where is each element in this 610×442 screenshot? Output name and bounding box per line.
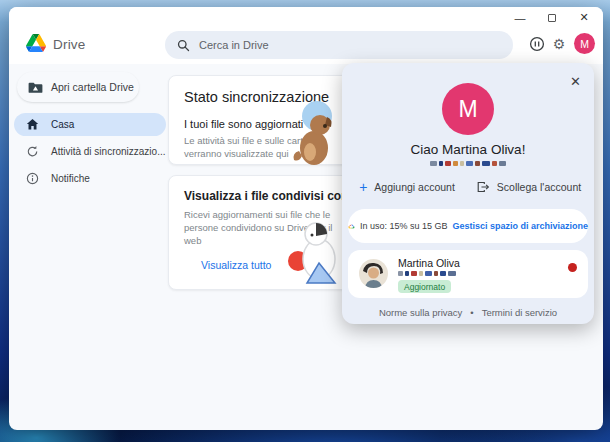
maximize-button[interactable]	[543, 10, 561, 25]
open-drive-folder-label: Apri cartella Drive	[51, 81, 134, 93]
minimize-button[interactable]: —	[511, 10, 529, 25]
titlebar[interactable]: — ✕	[9, 7, 603, 28]
open-drive-folder-button[interactable]: Apri cartella Drive	[17, 72, 139, 102]
pause-sync-button[interactable]	[528, 35, 546, 53]
account-popup: ✕ M Ciao Martina Oliva! + Aggiungi accou…	[342, 63, 594, 324]
sign-out-button[interactable]: Scollega l'account	[470, 172, 588, 202]
drive-folder-icon	[28, 81, 43, 94]
popup-greeting: Ciao Martina Oliva!	[342, 142, 594, 157]
search-placeholder: Cerca in Drive	[199, 39, 269, 51]
sidebar-nav: Casa Attività di sincronizzazio... Notif…	[14, 113, 166, 194]
search-icon	[177, 39, 190, 52]
sign-out-label: Scollega l'account	[497, 181, 581, 193]
privacy-link[interactable]: Norme sulla privacy	[379, 307, 462, 318]
sidebar-item-home[interactable]: Casa	[14, 113, 166, 136]
sidebar-item-notifications[interactable]: Notifiche	[14, 167, 166, 190]
cloud-storage-icon	[348, 221, 355, 232]
account-avatar-button[interactable]: M	[574, 33, 595, 54]
card-subtitle: I tuoi file sono aggiornati	[184, 118, 303, 130]
search-input[interactable]: Cerca in Drive	[165, 31, 513, 59]
sidebar-item-label: Notifiche	[51, 173, 90, 184]
account-name: Martina Oliva	[398, 257, 460, 269]
notifications-icon	[26, 172, 39, 185]
settings-button[interactable]: ⚙	[550, 35, 568, 53]
popup-footer: Norme sulla privacy • Termini di servizi…	[342, 307, 594, 318]
close-button[interactable]: ✕	[575, 10, 593, 25]
manage-storage-link[interactable]: Gestisci spazio di archiviazione	[452, 221, 588, 231]
dog-illustration	[287, 99, 345, 167]
sidebar-item-label: Casa	[51, 119, 74, 130]
cat-illustration	[285, 215, 343, 285]
account-row[interactable]: Martina Oliva Aggiornato	[348, 250, 588, 298]
account-photo-avatar	[359, 259, 388, 288]
redacted-account-email	[398, 271, 456, 276]
app-title: Drive	[53, 37, 86, 52]
view-all-button[interactable]: Visualizza tutto	[184, 252, 288, 277]
plus-icon: +	[359, 180, 367, 194]
gear-icon: ⚙	[553, 37, 566, 51]
popup-close-icon[interactable]: ✕	[570, 74, 581, 89]
drive-app-window: — ✕ Drive Cerca in Drive	[9, 7, 603, 430]
status-badge: Aggiornato	[398, 280, 451, 293]
add-account-button[interactable]: + Aggiungi account	[348, 172, 466, 202]
redacted-email	[342, 161, 594, 166]
add-account-label: Aggiungi account	[374, 181, 455, 193]
card-title: Visualizza i file condivisi con te	[184, 189, 363, 203]
popup-avatar: M	[442, 83, 494, 135]
storage-row: In uso: 15% su 15 GB Gestisci spazio di …	[348, 209, 588, 243]
window-controls: — ✕	[511, 10, 593, 25]
footer-separator: •	[470, 307, 473, 318]
terms-link[interactable]: Termini di servizio	[482, 307, 558, 318]
pause-icon	[529, 36, 545, 52]
drive-logo-icon	[26, 34, 46, 52]
sign-out-icon	[477, 181, 490, 193]
maximize-icon	[548, 14, 556, 22]
sidebar-item-sync-activity[interactable]: Attività di sincronizzazio...	[14, 140, 166, 163]
home-icon	[26, 118, 39, 131]
popup-button-row: + Aggiungi account Scollega l'account	[348, 172, 588, 202]
app-header: Drive Cerca in Drive ⚙ M	[9, 28, 603, 64]
alert-dot	[568, 263, 577, 272]
storage-usage-text: In uso: 15% su 15 GB	[360, 221, 448, 231]
sync-icon	[26, 145, 39, 158]
sidebar-item-label: Attività di sincronizzazio...	[51, 146, 166, 157]
